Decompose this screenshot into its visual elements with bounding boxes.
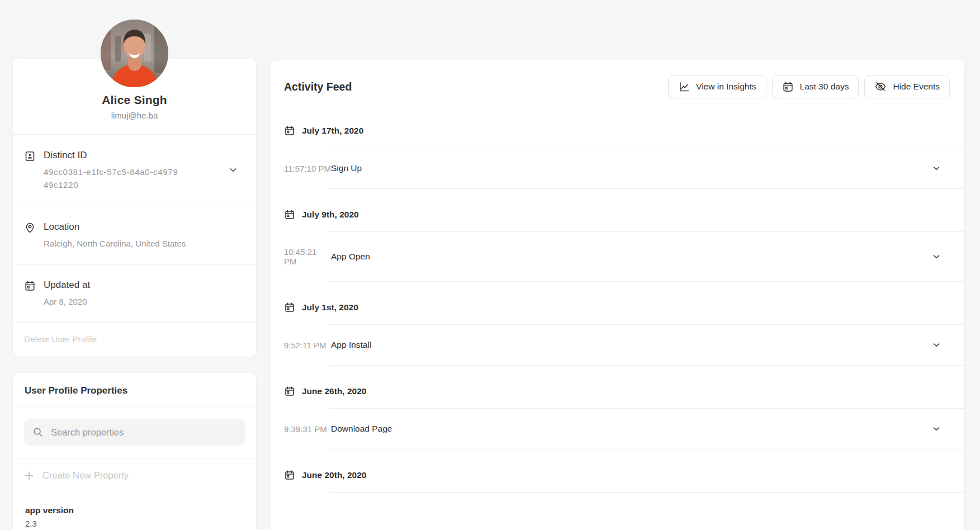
distinct-id-label: Distinct ID — [44, 150, 179, 161]
calendar-icon — [782, 81, 794, 93]
profile-email: limuj@he.ba — [24, 111, 245, 120]
distinct-id-field: Distinct ID 49cc0381-e1fc-57c5-84a0-c497… — [13, 134, 256, 206]
calendar-icon — [284, 470, 295, 481]
event-name: App Open — [331, 252, 370, 262]
user-profile-properties-title: User Profile Properties — [13, 373, 256, 406]
activity-feed-card: Activity Feed View in Insights Last 30 d… — [271, 60, 964, 530]
location-field: Location Raleigh, North Carolina, United… — [13, 206, 256, 264]
feed-divider — [329, 492, 964, 493]
search-box — [24, 419, 245, 446]
profile-name: Alice Singh — [24, 93, 245, 107]
activity-feed-list: July 17th, 2020 11:57:10 PM Sign Up July… — [284, 105, 964, 493]
hide-events-label: Hide Events — [893, 82, 940, 92]
eye-off-icon — [874, 81, 887, 93]
calendar-icon — [284, 209, 295, 220]
user-profile-properties-card: User Profile Properties Create New Prope… — [13, 373, 256, 530]
distinct-id-value: 49cc0381-e1fc-57c5-84a0-c497949c1220 — [44, 165, 179, 192]
chevron-down-icon[interactable] — [932, 424, 941, 433]
activity-feed-title: Activity Feed — [284, 81, 352, 93]
property-name: app version — [25, 505, 244, 515]
chevron-down-icon[interactable] — [229, 165, 238, 174]
last-30-days-button[interactable]: Last 30 days — [772, 75, 859, 98]
chevron-down-icon[interactable] — [932, 252, 941, 261]
delete-user-profile-button[interactable]: Delete User Profile — [24, 334, 97, 344]
event-time: 9:52:11 PM — [284, 340, 331, 350]
event-time: 9:39:31 PM — [284, 424, 331, 434]
search-properties-input[interactable] — [24, 419, 245, 446]
avatar-illustration — [101, 20, 168, 87]
feed-date-label: July 1st, 2020 — [302, 302, 358, 313]
profile-sidebar: Alice Singh limuj@he.ba Distinct ID 49cc… — [13, 59, 256, 530]
updated-at-field: Updated at Apr 8, 2020 — [13, 264, 256, 322]
feed-event-row[interactable]: 9:52:11 PM App Install — [284, 325, 964, 365]
hide-events-button[interactable]: Hide Events — [864, 75, 950, 98]
feed-date-row: June 20th, 2020 — [284, 449, 964, 492]
location-body: Location Raleigh, North Carolina, United… — [44, 221, 186, 250]
feed-event-row[interactable]: 9:39:31 PM Download Page — [284, 409, 964, 449]
calendar-icon — [284, 386, 295, 397]
avatar — [101, 20, 168, 87]
view-in-insights-label: View in Insights — [696, 82, 756, 92]
plus-icon — [25, 471, 34, 480]
create-new-property-button[interactable]: Create New Property — [42, 470, 129, 481]
search-icon — [33, 427, 43, 437]
feed-event-row[interactable]: 11:57:10 PM Sign Up — [284, 148, 964, 188]
feed-date-row: June 26th, 2020 — [284, 366, 964, 408]
feed-date-label: June 20th, 2020 — [302, 470, 366, 480]
event-time: 10:45:21 PM — [284, 247, 331, 266]
location-label: Location — [44, 221, 186, 233]
distinct-id-body: Distinct ID 49cc0381-e1fc-57c5-84a0-c497… — [44, 150, 179, 192]
property-value: 2.3 — [25, 519, 244, 528]
chevron-down-icon[interactable] — [932, 164, 941, 173]
delete-row: Delete User Profile — [13, 322, 256, 357]
event-name: Download Page — [331, 424, 392, 434]
chevron-down-icon[interactable] — [932, 340, 941, 349]
event-name: Sign Up — [331, 163, 362, 173]
id-badge-icon — [24, 150, 36, 162]
map-pin-icon — [24, 222, 36, 234]
calendar-icon — [284, 125, 295, 136]
updated-at-body: Updated at Apr 8, 2020 — [44, 280, 90, 308]
feed-date-row: July 1st, 2020 — [284, 282, 964, 324]
view-in-insights-button[interactable]: View in Insights — [668, 75, 766, 98]
line-chart-icon — [678, 81, 690, 93]
profile-card: Alice Singh limuj@he.ba Distinct ID 49cc… — [13, 59, 256, 357]
feed-event-row[interactable]: 10:45:21 PM App Open — [284, 232, 964, 281]
updated-at-value: Apr 8, 2020 — [44, 295, 90, 308]
location-value: Raleigh, North Carolina, United States — [44, 237, 186, 250]
calendar-icon — [24, 280, 36, 292]
feed-date-label: July 17th, 2020 — [302, 126, 363, 136]
feed-date-row: July 17th, 2020 — [284, 105, 964, 148]
feed-date-label: July 9th, 2020 — [302, 210, 359, 220]
feed-date-label: June 26th, 2020 — [302, 386, 366, 396]
calendar-icon — [284, 302, 295, 313]
activity-feed-actions: View in Insights Last 30 days Hi — [668, 75, 950, 98]
properties-search-section — [13, 406, 256, 458]
property-row-app-version[interactable]: app version 2.3 — [13, 492, 256, 530]
last-30-days-label: Last 30 days — [800, 82, 849, 92]
updated-at-label: Updated at — [44, 280, 90, 291]
event-time: 11:57:10 PM — [284, 164, 331, 173]
activity-feed-header: Activity Feed View in Insights Last 30 d… — [271, 60, 964, 105]
event-name: App Install — [331, 340, 371, 350]
feed-date-row: July 9th, 2020 — [284, 189, 964, 231]
create-new-property-row: Create New Property — [13, 458, 256, 492]
